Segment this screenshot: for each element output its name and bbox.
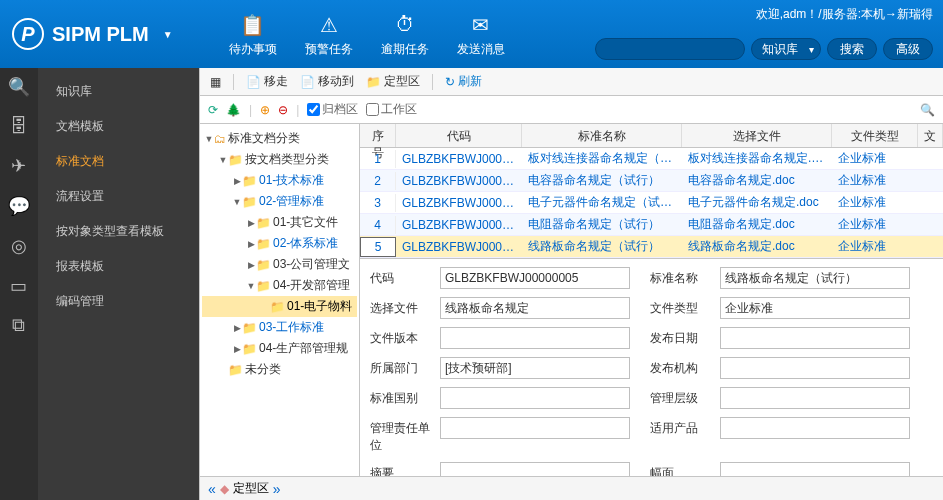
module-icon-5[interactable]: ◎	[11, 235, 27, 257]
toolbar-extra-1[interactable]: ▦	[210, 75, 221, 89]
field-pubDate[interactable]	[720, 327, 910, 349]
welcome-text: 欢迎,adm！/服务器:本机→新瑞得	[756, 6, 933, 23]
col-header-3[interactable]: 选择文件	[682, 124, 832, 147]
tree-node-1[interactable]: ▼📁按文档类型分类	[202, 149, 357, 170]
header: P SIPM PLM ▼ 📋待办事项⚠预警任务⏱逾期任务✉发送消息 欢迎,adm…	[0, 0, 943, 68]
module-icon-4[interactable]: 💬	[8, 195, 30, 217]
module-icon-3[interactable]: ✈	[11, 155, 26, 177]
header-btn-0[interactable]: 📋待办事项	[215, 7, 291, 62]
field-summary[interactable]	[440, 462, 630, 476]
tree-node-3[interactable]: ▼📁02-管理标准	[202, 191, 357, 212]
advanced-button[interactable]: 高级	[883, 38, 933, 60]
nav-item-3[interactable]: 流程设置	[38, 179, 199, 214]
table-row[interactable]: 5GLBZBKFBWJ0000...线路板命名规定（试行）线路板命名规定.doc…	[360, 236, 943, 258]
bracket-left-icon[interactable]: «	[208, 481, 216, 497]
nav-menu: 知识库文档模板标准文档流程设置按对象类型查看模板报表模板编码管理	[38, 68, 199, 500]
field-mgmtUnit[interactable]	[440, 417, 630, 439]
field-product[interactable]	[720, 417, 910, 439]
footer-tab[interactable]: 定型区	[233, 480, 269, 497]
tree-node-9[interactable]: ▶📁03-工作标准	[202, 317, 357, 338]
detail-row: 选择文件文件类型	[370, 297, 933, 319]
main-area: ▦ 📄移走 📄移动到 📁定型区 ↻ 刷新 ⟳ 🌲 | ⊕ ⊖ | 归档区 工作区…	[199, 68, 943, 500]
field-dept[interactable]	[440, 357, 630, 379]
nav-item-6[interactable]: 编码管理	[38, 284, 199, 319]
field-code[interactable]	[440, 267, 630, 289]
grid-body: 1GLBZBKFBWJ0000...板对线连接器命名规定（试...板对线连接器命…	[360, 148, 943, 258]
field-width[interactable]	[720, 462, 910, 476]
tree-node-8[interactable]: 📁01-电子物料	[202, 296, 357, 317]
col-header-2[interactable]: 标准名称	[522, 124, 682, 147]
icon-sidebar: 🔍 🗄 ✈ 💬 ◎ ▭ ⧉	[0, 68, 38, 500]
table-row[interactable]: 3GLBZBKFBWJ0000...电子元器件命名规定（试行）电子元器件命名规定…	[360, 192, 943, 214]
nav-item-0[interactable]: 知识库	[38, 74, 199, 109]
nav-item-5[interactable]: 报表模板	[38, 249, 199, 284]
tree-node-5[interactable]: ▶📁02-体系标准	[202, 233, 357, 254]
search-button[interactable]: 搜索	[827, 38, 877, 60]
tree-node-2[interactable]: ▶📁01-技术标准	[202, 170, 357, 191]
stereo-button[interactable]: 📁定型区	[366, 73, 420, 90]
header-search: 知识库 搜索 高级	[595, 38, 933, 60]
field-selFile[interactable]	[440, 297, 630, 319]
table-row[interactable]: 1GLBZBKFBWJ0000...板对线连接器命名规定（试...板对线连接器命…	[360, 148, 943, 170]
field-stdCountry[interactable]	[440, 387, 630, 409]
nav-item-4[interactable]: 按对象类型查看模板	[38, 214, 199, 249]
reload-icon[interactable]: ⟳	[208, 103, 218, 117]
header-btn-2[interactable]: ⏱逾期任务	[367, 7, 443, 62]
tree-node-6[interactable]: ▶📁03-公司管理文	[202, 254, 357, 275]
detail-row: 所属部门发布机构	[370, 357, 933, 379]
search-input[interactable]	[595, 38, 745, 60]
archive-checkbox[interactable]: 归档区	[307, 101, 358, 118]
chevron-down-icon[interactable]: ▼	[163, 29, 173, 40]
detail-row: 管理责任单位适用产品	[370, 417, 933, 454]
sub-toolbar: ⟳ 🌲 | ⊕ ⊖ | 归档区 工作区 🔍	[200, 96, 943, 124]
search-icon[interactable]: 🔍	[920, 103, 935, 117]
data-grid: 序号代码标准名称选择文件文件类型文 1GLBZBKFBWJ0000...板对线连…	[360, 124, 943, 476]
header-btn-1[interactable]: ⚠预警任务	[291, 7, 367, 62]
tree-node-10[interactable]: ▶📁04-生产部管理规	[202, 338, 357, 359]
content: ▼🗂标准文档分类▼📁按文档类型分类▶📁01-技术标准▼📁02-管理标准▶📁01-…	[200, 124, 943, 476]
logo-icon: P	[12, 18, 44, 50]
field-fileVer[interactable]	[440, 327, 630, 349]
app-title: SIPM PLM	[52, 23, 149, 46]
table-row[interactable]: 2GLBZBKFBWJ0000...电容器命名规定（试行）电容器命名规定.doc…	[360, 170, 943, 192]
refresh-button[interactable]: ↻ 刷新	[445, 73, 482, 90]
tree-node-4[interactable]: ▶📁01-其它文件	[202, 212, 357, 233]
grid-header: 序号代码标准名称选择文件文件类型文	[360, 124, 943, 148]
footer: « ◆ 定型区 »	[200, 476, 943, 500]
detail-row: 代码标准名称	[370, 267, 933, 289]
nav-item-1[interactable]: 文档模板	[38, 109, 199, 144]
detail-row: 摘要幅面	[370, 462, 933, 476]
tree-node-11[interactable]: 📁未分类	[202, 359, 357, 380]
field-pubOrg[interactable]	[720, 357, 910, 379]
field-stdName[interactable]	[720, 267, 910, 289]
header-buttons: 📋待办事项⚠预警任务⏱逾期任务✉发送消息	[215, 7, 519, 62]
field-mgmtLevel[interactable]	[720, 387, 910, 409]
header-btn-3[interactable]: ✉发送消息	[443, 7, 519, 62]
field-fileType[interactable]	[720, 297, 910, 319]
tree-node-7[interactable]: ▼📁04-开发部管理	[202, 275, 357, 296]
col-header-1[interactable]: 代码	[396, 124, 522, 147]
logo[interactable]: P SIPM PLM ▼	[0, 18, 185, 50]
detail-row: 标准国别管理层级	[370, 387, 933, 409]
search-scope-combo[interactable]: 知识库	[751, 38, 821, 60]
work-checkbox[interactable]: 工作区	[366, 101, 417, 118]
module-icon-7[interactable]: ⧉	[12, 315, 25, 336]
detail-panel: 代码标准名称选择文件文件类型文件版本发布日期所属部门发布机构标准国别管理层级管理…	[360, 258, 943, 476]
tree-node-0[interactable]: ▼🗂标准文档分类	[202, 128, 357, 149]
tree-icon[interactable]: 🌲	[226, 103, 241, 117]
table-row[interactable]: 4GLBZBKFBWJ0000...电阻器命名规定（试行）电阻器命名规定.doc…	[360, 214, 943, 236]
add-icon[interactable]: ⊕	[260, 103, 270, 117]
toolbar: ▦ 📄移走 📄移动到 📁定型区 ↻ 刷新	[200, 68, 943, 96]
move-button[interactable]: 📄移走	[246, 73, 288, 90]
col-header-0[interactable]: 序号	[360, 124, 396, 147]
module-icon-1[interactable]: 🔍	[8, 76, 30, 98]
detail-row: 文件版本发布日期	[370, 327, 933, 349]
module-icon-6[interactable]: ▭	[10, 275, 27, 297]
module-icon-2[interactable]: 🗄	[10, 116, 28, 137]
bracket-right-icon[interactable]: »	[273, 481, 281, 497]
col-header-4[interactable]: 文件类型	[832, 124, 918, 147]
move-to-button[interactable]: 📄移动到	[300, 73, 354, 90]
remove-icon[interactable]: ⊖	[278, 103, 288, 117]
nav-item-2[interactable]: 标准文档	[38, 144, 199, 179]
body: 🔍 🗄 ✈ 💬 ◎ ▭ ⧉ 知识库文档模板标准文档流程设置按对象类型查看模板报表…	[0, 68, 943, 500]
